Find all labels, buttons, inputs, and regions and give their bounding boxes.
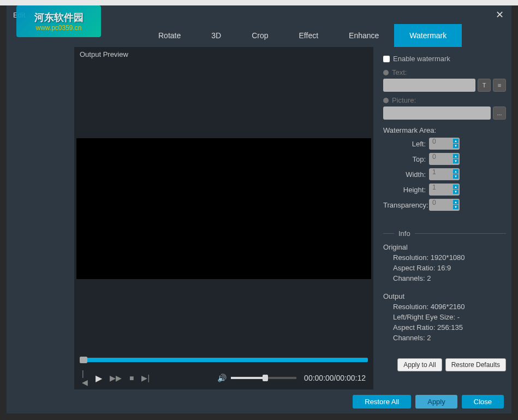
original-channels: Channels: 2 <box>383 274 506 282</box>
time-display: 00:00:00/00:00:12 <box>304 374 366 382</box>
text-radio-row: Text: <box>383 68 506 76</box>
width-row: Width: 1▲▼ <box>383 168 506 180</box>
original-info-group: Original Resolution: 1920*1080 Aspect Ra… <box>383 243 506 282</box>
volume-group: 🔊 <box>217 374 296 382</box>
tab-effect[interactable]: Effect <box>284 24 334 47</box>
top-input[interactable]: 0▲▼ <box>429 153 460 165</box>
tab-3d[interactable]: 3D <box>196 24 236 47</box>
info-section: Info Original Resolution: 1920*1080 Aspe… <box>383 229 506 352</box>
close-button[interactable]: ✕ <box>494 9 505 21</box>
width-input[interactable]: 1▲▼ <box>429 168 460 180</box>
output-resolution: Resolution: 4096*2160 <box>383 303 506 311</box>
output-eye-size: Left/Right Eye Size: - <box>383 313 506 321</box>
spinner-down-icon[interactable]: ▼ <box>453 144 459 148</box>
panel-buttons: Apply to All Restore Defaults <box>383 358 506 371</box>
video-canvas <box>76 138 371 279</box>
output-info-group: Output Resolution: 4096*2160 Left/Right … <box>383 292 506 342</box>
picture-input-row: ... <box>383 107 506 120</box>
picture-radio-row: Picture: <box>383 96 506 104</box>
height-row: Height: 1▲▼ <box>383 184 506 196</box>
spinner-down-icon[interactable]: ▼ <box>453 174 459 179</box>
top-label: Top: <box>383 155 426 163</box>
watermark-text-input[interactable] <box>383 79 475 92</box>
play-icon[interactable]: ▶ <box>96 373 102 383</box>
progress-thumb[interactable] <box>80 357 87 363</box>
picture-radio[interactable] <box>383 98 389 103</box>
enable-watermark-checkbox[interactable] <box>383 56 390 62</box>
logo-url-text: www.pc0359.cn <box>35 24 81 32</box>
original-aspect: Aspect Ratio: 16:9 <box>383 264 506 272</box>
player-controls: |◀ ▶ ▶▶ ■ ▶| 🔊 00:00:00/00:00:12 <box>74 366 373 389</box>
picture-radio-label: Picture: <box>392 96 416 104</box>
apply-to-all-button[interactable]: Apply to All <box>397 358 442 371</box>
logo-cn-text: 河东软件园 <box>34 11 84 24</box>
output-channels: Channels: 2 <box>383 334 506 342</box>
picture-browse-button[interactable]: ... <box>493 107 506 120</box>
original-heading: Original <box>383 243 506 251</box>
spinner-up-icon[interactable]: ▲ <box>453 139 459 143</box>
spinner-down-icon[interactable]: ▼ <box>453 190 459 194</box>
video-progress-bar[interactable] <box>80 358 368 362</box>
text-input-row: T ≡ <box>383 79 506 92</box>
preview-area: Output Preview |◀ ▶ ▶▶ ■ ▶| 🔊 <box>74 47 373 389</box>
video-container <box>74 62 373 356</box>
fast-forward-icon[interactable]: ▶▶ <box>110 374 122 382</box>
text-style-button[interactable]: T <box>478 79 491 92</box>
left-input[interactable]: 0▲▼ <box>429 138 460 150</box>
output-preview-label: Output Preview <box>74 47 373 62</box>
top-row: Top: 0▲▼ <box>383 153 506 165</box>
spinner-up-icon[interactable]: ▲ <box>453 169 459 174</box>
time-current: 00:00:00 <box>304 374 334 382</box>
left-spacer <box>7 47 74 389</box>
tab-crop[interactable]: Crop <box>236 24 283 47</box>
volume-thumb[interactable] <box>263 375 268 381</box>
browse-icon: ... <box>497 110 502 116</box>
prev-frame-icon[interactable]: |◀ <box>82 369 88 387</box>
text-radio-label: Text: <box>392 68 407 76</box>
watermark-picture-input[interactable] <box>383 107 491 120</box>
tab-enhance[interactable]: Enhance <box>334 24 394 47</box>
text-options-icon: ≡ <box>498 82 501 88</box>
height-input[interactable]: 1▲▼ <box>429 184 460 196</box>
apply-button[interactable]: Apply <box>415 395 457 409</box>
watermark-area-label: Watermark Area: <box>383 126 506 134</box>
volume-icon[interactable]: 🔊 <box>217 374 227 382</box>
output-aspect: Aspect Ratio: 256:135 <box>383 323 506 332</box>
original-resolution: Resolution: 1920*1080 <box>383 253 506 262</box>
transparency-label: Transparency: <box>383 201 426 209</box>
spinner-up-icon[interactable]: ▲ <box>453 200 459 204</box>
volume-fill <box>231 377 264 379</box>
enable-watermark-row: Enable watermark <box>383 55 506 63</box>
enable-watermark-label: Enable watermark <box>393 55 450 63</box>
bg-top-strip <box>0 0 518 5</box>
restore-defaults-button[interactable]: Restore Defaults <box>445 358 506 371</box>
width-label: Width: <box>383 170 426 179</box>
time-total: 00:00:12 <box>336 374 366 382</box>
volume-slider[interactable] <box>231 377 296 379</box>
transparency-row: Transparency: 0▲▼ <box>383 199 506 211</box>
watermark-panel: Enable watermark Text: T ≡ Picture: ... <box>373 47 511 389</box>
transparency-input[interactable]: 0▲▼ <box>429 199 460 211</box>
close-icon: ✕ <box>496 9 504 20</box>
restore-all-button[interactable]: Restore All <box>353 395 411 409</box>
spinner-down-icon[interactable]: ▼ <box>453 205 459 209</box>
spinner-down-icon[interactable]: ▼ <box>453 159 459 163</box>
stop-icon[interactable]: ■ <box>129 374 134 382</box>
text-options-button[interactable]: ≡ <box>493 79 506 92</box>
spinner-up-icon[interactable]: ▲ <box>453 185 459 189</box>
output-heading: Output <box>383 292 506 300</box>
left-label: Left: <box>383 140 426 148</box>
info-header: Info <box>398 229 410 238</box>
content-area: Output Preview |◀ ▶ ▶▶ ■ ▶| 🔊 <box>7 47 511 389</box>
tab-watermark[interactable]: Watermark <box>394 24 462 47</box>
left-row: Left: 0▲▼ <box>383 138 506 150</box>
info-divider: Info <box>383 229 506 238</box>
site-watermark-logo: 河东软件园 www.pc0359.cn <box>16 5 101 37</box>
text-style-icon: T <box>483 82 486 88</box>
footer-buttons: Restore All Apply Close <box>7 389 511 413</box>
close-footer-button[interactable]: Close <box>462 395 504 409</box>
tab-rotate[interactable]: Rotate <box>143 24 196 47</box>
text-radio[interactable] <box>383 70 389 75</box>
next-frame-icon[interactable]: ▶| <box>141 374 150 382</box>
spinner-up-icon[interactable]: ▲ <box>453 154 459 158</box>
